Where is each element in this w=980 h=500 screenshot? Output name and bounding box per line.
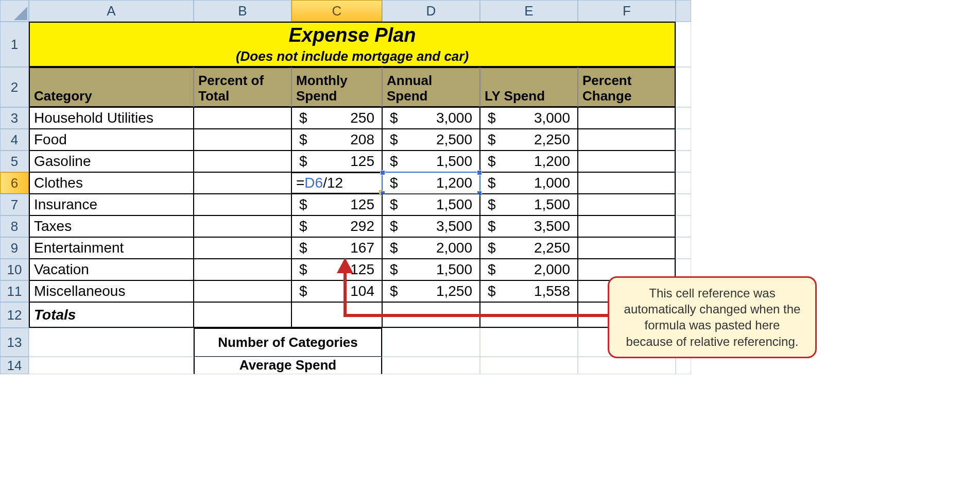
cell-ly-spend[interactable]: $1,500	[480, 194, 578, 215]
row-header-5[interactable]: 5	[0, 151, 29, 172]
cell-category[interactable]: Food	[29, 129, 194, 151]
cell-ly-spend[interactable]: $2,250	[480, 237, 578, 259]
cell-ly-spend[interactable]: $2,250	[480, 129, 578, 151]
cell-category[interactable]: Clothes	[29, 172, 194, 194]
header-B[interactable]: Percent of Total	[194, 67, 291, 107]
cell-totals[interactable]	[382, 302, 480, 328]
cell-monthly-spend[interactable]: $208	[291, 129, 382, 151]
cell-ly-spend[interactable]: $3,500	[480, 215, 578, 237]
cell-category[interactable]: Gasoline	[29, 151, 194, 172]
cell-ly-spend[interactable]: $1,000	[480, 172, 578, 194]
cell-category[interactable]: Entertainment	[29, 237, 194, 259]
title-cell[interactable]: Expense Plan(Does not include mortgage a…	[29, 22, 676, 67]
cell-blank[interactable]	[676, 107, 691, 129]
cell-annual-spend[interactable]: $2,000	[382, 237, 480, 259]
cell-blank[interactable]	[382, 357, 480, 374]
cell-percent-of-total[interactable]	[194, 280, 291, 302]
cell-percent-change[interactable]	[578, 194, 676, 215]
column-header-B[interactable]: B	[194, 0, 291, 22]
column-header-C[interactable]: C	[291, 0, 382, 22]
column-header-D[interactable]: D	[382, 0, 480, 22]
cell-monthly-spend[interactable]: $167	[291, 237, 382, 259]
cell-annual-spend[interactable]: $3,500	[382, 215, 480, 237]
cell-ly-spend[interactable]: $1,200	[480, 151, 578, 172]
row-header-6[interactable]: 6	[0, 172, 29, 194]
cell-category[interactable]: Insurance	[29, 194, 194, 215]
header-D[interactable]: Annual Spend	[382, 67, 480, 107]
cell-monthly-spend[interactable]: $104	[291, 280, 382, 302]
cell-annual-spend[interactable]: $2,500	[382, 129, 480, 151]
cell-blank[interactable]	[676, 129, 691, 151]
cell-blank[interactable]	[676, 151, 691, 172]
row-header-8[interactable]: 8	[0, 215, 29, 237]
cell-category[interactable]: Miscellaneous	[29, 280, 194, 302]
header-C[interactable]: Monthly Spend	[291, 67, 382, 107]
cell-percent-change[interactable]	[578, 129, 676, 151]
cell-category[interactable]: Vacation	[29, 259, 194, 280]
cell-percent-of-total[interactable]	[194, 172, 291, 194]
header-F[interactable]: Percent Change	[578, 67, 676, 107]
cell-monthly-spend[interactable]: $125	[291, 259, 382, 280]
column-header-A[interactable]: A	[29, 0, 194, 22]
row-header-9[interactable]: 9	[0, 237, 29, 259]
header-A[interactable]: Category	[29, 67, 194, 107]
cell-avg-spend-label[interactable]: Average Spend	[194, 357, 382, 374]
row-header-2[interactable]: 2	[0, 67, 29, 107]
column-header-E[interactable]: E	[480, 0, 578, 22]
cell-totals[interactable]	[480, 302, 578, 328]
cell-annual-spend[interactable]: $1,250	[382, 280, 480, 302]
cell-ly-spend[interactable]: $3,000	[480, 107, 578, 129]
cell-monthly-spend[interactable]: $292	[291, 215, 382, 237]
cell-percent-of-total[interactable]	[194, 237, 291, 259]
row-header-11[interactable]: 11	[0, 280, 29, 302]
cell-blank[interactable]	[382, 328, 480, 357]
cell-blank[interactable]	[676, 237, 691, 259]
cell-totals[interactable]	[291, 302, 382, 328]
cell-blank[interactable]	[578, 357, 676, 374]
cell-category[interactable]: Household Utilities	[29, 107, 194, 129]
column-header-G[interactable]	[676, 0, 691, 22]
row-header-7[interactable]: 7	[0, 194, 29, 215]
row-header-12[interactable]: 12	[0, 302, 29, 328]
cell-blank[interactable]	[676, 215, 691, 237]
cell-monthly-spend[interactable]: $250	[291, 107, 382, 129]
cell-percent-of-total[interactable]	[194, 194, 291, 215]
cell-percent-change[interactable]	[578, 151, 676, 172]
cell-percent-of-total[interactable]	[194, 129, 291, 151]
cell-blank[interactable]	[676, 172, 691, 194]
select-all-corner[interactable]	[0, 0, 29, 22]
cell-totals[interactable]	[194, 302, 291, 328]
column-header-F[interactable]: F	[578, 0, 676, 22]
cell-annual-spend[interactable]: $1,200	[382, 172, 480, 194]
cell-annual-spend[interactable]: $1,500	[382, 259, 480, 280]
cell-ly-spend[interactable]: $2,000	[480, 259, 578, 280]
header-E[interactable]: LY Spend	[480, 67, 578, 107]
cell-monthly-spend[interactable]: $125	[291, 151, 382, 172]
cell-totals-label[interactable]: Totals	[29, 302, 194, 328]
cell-percent-change[interactable]	[578, 237, 676, 259]
cell-annual-spend[interactable]: $3,000	[382, 107, 480, 129]
row-header-13[interactable]: 13	[0, 328, 29, 357]
cell-blank[interactable]	[480, 328, 578, 357]
cell-percent-change[interactable]	[578, 107, 676, 129]
row-header-10[interactable]: 10	[0, 259, 29, 280]
cell-formula-editing[interactable]: =D6/12	[291, 172, 382, 194]
cell-percent-change[interactable]	[578, 215, 676, 237]
row-header-4[interactable]: 4	[0, 129, 29, 151]
cell-blank[interactable]	[29, 357, 194, 374]
cell-blank[interactable]	[29, 328, 194, 357]
cell-percent-of-total[interactable]	[194, 151, 291, 172]
cell-category[interactable]: Taxes	[29, 215, 194, 237]
cell-blank[interactable]	[676, 357, 691, 374]
row-header-1[interactable]: 1	[0, 22, 29, 67]
cell-blank[interactable]	[480, 357, 578, 374]
cell-percent-of-total[interactable]	[194, 107, 291, 129]
cell-ly-spend[interactable]: $1,558	[480, 280, 578, 302]
row-header-14[interactable]: 14	[0, 357, 29, 374]
cell-annual-spend[interactable]: $1,500	[382, 151, 480, 172]
cell-monthly-spend[interactable]: $125	[291, 194, 382, 215]
row-header-3[interactable]: 3	[0, 107, 29, 129]
cell-blank[interactable]	[676, 22, 691, 67]
cell-percent-of-total[interactable]	[194, 259, 291, 280]
cell-num-categories-label[interactable]: Number of Categories	[194, 328, 382, 357]
